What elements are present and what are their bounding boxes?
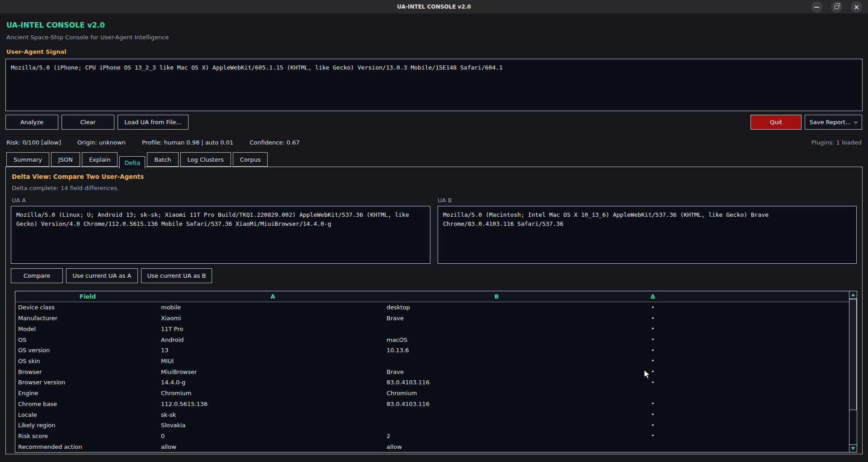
close-icon: ✕ bbox=[854, 4, 859, 10]
b-cell: Brave bbox=[386, 315, 608, 322]
use-current-ua-as-b-button[interactable]: Use current UA as B bbox=[141, 268, 212, 283]
tab-json[interactable]: JSON bbox=[51, 152, 80, 167]
table-row[interactable]: Localesk-sk• bbox=[15, 409, 849, 420]
close-button[interactable]: ✕ bbox=[851, 1, 862, 13]
ua-signal-label: User-Agent Signal bbox=[6, 48, 66, 55]
save-report-label: Save Report... bbox=[810, 119, 851, 126]
table-row[interactable]: OSAndroidmacOS• bbox=[15, 334, 849, 345]
tab-delta[interactable]: Delta bbox=[119, 156, 145, 168]
field-cell: Browser version bbox=[15, 379, 160, 386]
field-cell: Chrome base bbox=[15, 401, 160, 407]
table-scrollbar[interactable] bbox=[849, 291, 857, 452]
field-cell: Browser bbox=[15, 369, 160, 375]
tab-bar: Summary JSON Explain Delta Batch Log Clu… bbox=[6, 152, 269, 167]
b-cell: 83.0.4103.116 bbox=[386, 379, 608, 386]
quit-button[interactable]: Quit bbox=[750, 115, 802, 130]
table-row[interactable]: Likely regionSlovakia• bbox=[15, 420, 849, 431]
table-row[interactable]: EngineChromiumChromium bbox=[15, 388, 849, 399]
delta-cell: • bbox=[608, 369, 698, 375]
column-header-a[interactable]: A bbox=[160, 293, 386, 300]
compare-button[interactable]: Compare bbox=[11, 268, 63, 283]
b-cell: 10.13.6 bbox=[386, 347, 608, 354]
delta-table-header: Field A B Δ bbox=[15, 291, 849, 302]
delta-cell: • bbox=[608, 347, 698, 354]
table-row[interactable]: Recommended actionallowallow bbox=[15, 441, 849, 452]
table-row[interactable]: Device classmobiledesktop• bbox=[15, 302, 849, 313]
field-cell: Risk score bbox=[15, 433, 160, 439]
column-header-field[interactable]: Field bbox=[15, 293, 160, 300]
delta-table-content: Field A B Δ Device classmobiledesktop•Ma… bbox=[15, 291, 849, 452]
delta-cell: • bbox=[608, 326, 698, 332]
clear-button[interactable]: Clear bbox=[61, 115, 114, 130]
scrollbar-thumb[interactable] bbox=[849, 299, 857, 410]
a-cell: 112.0.5615.136 bbox=[160, 401, 386, 407]
a-cell: Chromium bbox=[160, 390, 386, 397]
table-row[interactable]: ManufacturerXiaomiBrave• bbox=[15, 313, 849, 324]
b-cell: Brave bbox=[386, 369, 608, 375]
table-row[interactable]: OS version1310.13.6• bbox=[15, 345, 849, 356]
title-bar: UA-INTEL CONSOLE v2.0 ✕ bbox=[0, 0, 868, 14]
profile-status: Profile: human 0.98 | auto 0.01 bbox=[142, 139, 233, 146]
a-cell: mobile bbox=[160, 304, 386, 311]
ua-b-input[interactable]: Mozilla/5.0 (Macintosh; Intel Mac OS X 1… bbox=[438, 206, 857, 264]
delta-cell: • bbox=[608, 315, 698, 322]
field-cell: OS skin bbox=[15, 358, 160, 364]
load-ua-button[interactable]: Load UA from File... bbox=[118, 115, 189, 130]
field-cell: Model bbox=[15, 326, 160, 332]
tab-summary[interactable]: Summary bbox=[6, 152, 49, 167]
field-cell: Locale bbox=[15, 411, 160, 418]
ua-a-input[interactable]: Mozilla/5.0 (Linux; U; Android 13; sk-sk… bbox=[11, 206, 430, 264]
field-cell: OS bbox=[15, 336, 160, 343]
ua-input[interactable]: Mozilla/5.0 (iPhone; CPU iPhone OS 13_2_… bbox=[5, 59, 863, 111]
maximize-button[interactable] bbox=[831, 1, 842, 13]
b-cell: 83.0.4103.116 bbox=[386, 401, 608, 407]
field-cell: Device class bbox=[15, 304, 160, 311]
column-header-b[interactable]: B bbox=[386, 293, 608, 300]
delta-cell: • bbox=[608, 433, 698, 439]
delta-cell: • bbox=[608, 422, 698, 429]
a-cell: Xiaomi bbox=[160, 315, 386, 322]
a-cell: 0 bbox=[160, 433, 386, 439]
column-header-delta[interactable]: Δ bbox=[608, 293, 698, 300]
b-cell: desktop bbox=[386, 304, 608, 311]
app-window: UA-INTEL CONSOLE v2.0 ✕ UA-INTEL CONSOLE… bbox=[0, 0, 868, 462]
scrollbar-down-button[interactable] bbox=[849, 444, 857, 452]
field-cell: Recommended action bbox=[15, 443, 160, 450]
delta-panel: Delta View: Compare Two User-Agents Delt… bbox=[5, 167, 863, 454]
tab-corpus[interactable]: Corpus bbox=[233, 152, 268, 167]
table-row[interactable]: Browser version14.4.0-g83.0.4103.116• bbox=[15, 377, 849, 388]
delta-cell: • bbox=[608, 379, 698, 386]
a-cell: 13 bbox=[160, 347, 386, 354]
confidence-status: Confidence: 0.67 bbox=[250, 139, 300, 146]
tab-log-clusters[interactable]: Log Clusters bbox=[180, 152, 231, 167]
delta-table: Field A B Δ Device classmobiledesktop•Ma… bbox=[15, 291, 857, 453]
table-row[interactable]: OS skinMIUI• bbox=[15, 356, 849, 367]
ua-a-label: UA A bbox=[12, 197, 26, 204]
table-row[interactable]: BrowserMiuiBrowserBrave• bbox=[15, 366, 849, 377]
tab-batch[interactable]: Batch bbox=[147, 152, 178, 167]
status-bar: Risk: 0/100 [allow] Origin: unknown Prof… bbox=[6, 139, 862, 146]
use-current-ua-as-a-button[interactable]: Use current UA as A bbox=[66, 268, 138, 283]
delta-status-text: Delta complete: 14 field differences. bbox=[12, 185, 119, 191]
field-cell: OS version bbox=[15, 347, 160, 354]
delta-view-title: Delta View: Compare Two User-Agents bbox=[12, 173, 144, 180]
save-report-button[interactable]: Save Report... bbox=[805, 115, 862, 130]
delta-cell: • bbox=[608, 358, 698, 364]
tab-explain[interactable]: Explain bbox=[82, 152, 118, 167]
minimize-button[interactable] bbox=[811, 1, 822, 13]
origin-status: Origin: unknown bbox=[77, 139, 126, 146]
table-row[interactable]: Chrome base112.0.5615.13683.0.4103.116• bbox=[15, 398, 849, 409]
analyze-button[interactable]: Analyze bbox=[5, 115, 58, 130]
table-row[interactable]: Model11T Pro• bbox=[15, 323, 849, 334]
a-cell: 14.4.0-g bbox=[160, 379, 386, 386]
page-title: UA-INTEL CONSOLE v2.0 bbox=[6, 21, 105, 29]
minimize-icon bbox=[814, 7, 819, 8]
ua-b-label: UA B bbox=[438, 197, 452, 204]
scrollbar-up-button[interactable] bbox=[849, 291, 857, 299]
delta-cell: • bbox=[608, 336, 698, 343]
arrow-up-icon bbox=[851, 294, 855, 296]
b-cell: 2 bbox=[386, 433, 608, 439]
table-row[interactable]: Risk score02• bbox=[15, 431, 849, 442]
risk-status: Risk: 0/100 [allow] bbox=[6, 139, 61, 146]
maximize-icon bbox=[835, 5, 839, 9]
